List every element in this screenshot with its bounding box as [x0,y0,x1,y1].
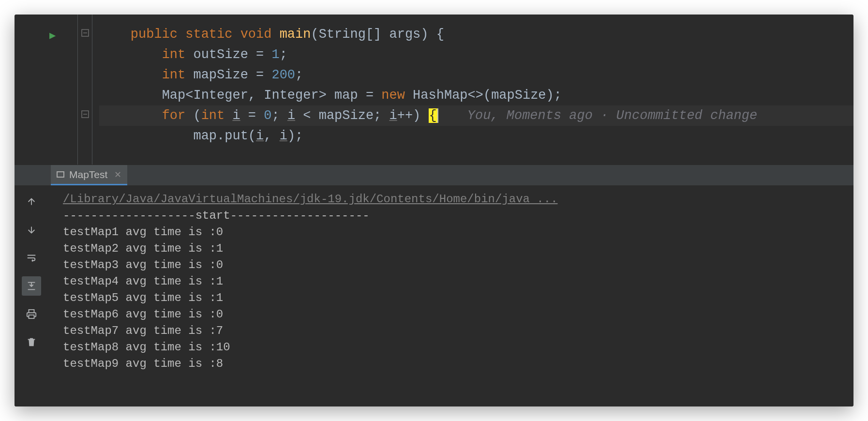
trash-icon[interactable] [22,332,41,352]
console-line: testMap1 avg time is :0 [63,224,848,241]
console-header: /Library/Java/JavaVirtualMachines/jdk-19… [63,191,848,208]
print-icon[interactable] [22,304,41,324]
run-tabbar: MapTest ✕ [15,165,853,185]
run-tab-maptest[interactable]: MapTest ✕ [51,165,127,185]
run-gutter-icon[interactable]: ▶ [49,29,56,42]
fold-icon[interactable] [81,110,90,119]
code-line[interactable]: public static void main(String[] args) { [99,24,853,45]
run-tab-label: MapTest [69,169,107,180]
editor-gutter: ▶ [15,15,99,165]
code-line[interactable]: int outSize = 1; [99,45,853,65]
code-content[interactable]: public static void main(String[] args) {… [99,15,853,165]
scroll-up-icon[interactable] [22,192,41,211]
console-line: testMap9 avg time is :8 [63,356,848,372]
run-console: /Library/Java/JavaVirtualMachines/jdk-19… [15,185,853,406]
console-output[interactable]: /Library/Java/JavaVirtualMachines/jdk-19… [48,185,853,406]
code-line[interactable]: int mapSize = 200; [99,65,853,85]
code-line[interactable]: Map<Integer, Integer> map = new HashMap<… [99,85,853,105]
code-line[interactable]: map.put(i, i); [99,126,853,146]
scroll-to-end-icon[interactable] [22,276,41,296]
vcs-inlay-hint: You, Moments ago · Uncommitted change [467,105,758,126]
soft-wrap-icon[interactable] [22,248,41,268]
console-toolbar [15,185,48,406]
console-line: testMap4 avg time is :1 [63,273,848,290]
scroll-down-icon[interactable] [22,220,41,240]
code-editor[interactable]: ▶ public static void main(String[] args)… [15,15,853,165]
console-line: testMap6 avg time is :0 [63,306,848,323]
console-line: testMap5 avg time is :1 [63,290,848,306]
fold-icon[interactable] [81,29,90,38]
console-divider: -------------------start----------------… [63,208,848,224]
console-line: testMap8 avg time is :10 [63,339,848,356]
console-line: testMap2 avg time is :1 [63,241,848,257]
code-line[interactable]: for (int i = 0; i < mapSize; i++) {You, … [99,105,853,126]
window-icon [57,171,64,178]
ide-window: ▶ public static void main(String[] args)… [15,15,853,406]
console-line: testMap7 avg time is :7 [63,323,848,339]
console-line: testMap3 avg time is :0 [63,257,848,273]
close-icon[interactable]: ✕ [114,169,121,180]
